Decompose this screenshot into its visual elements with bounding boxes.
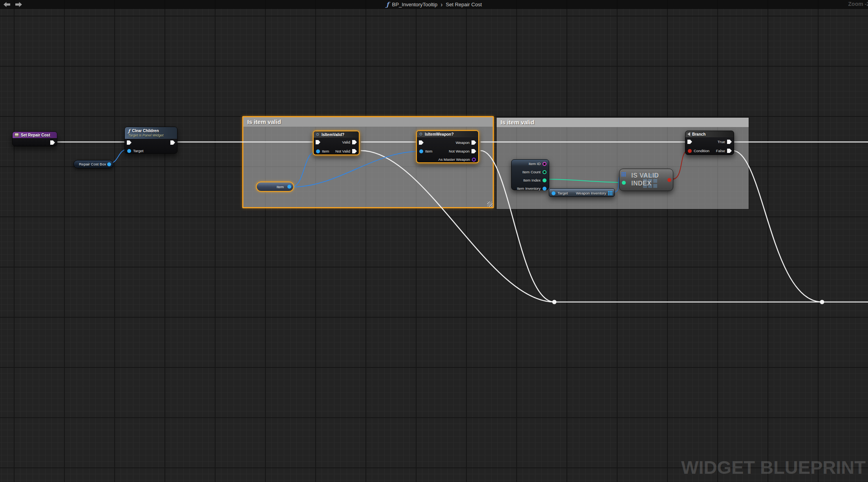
pin-label: Target — [557, 191, 568, 195]
item-input-pin[interactable]: Item — [316, 149, 329, 153]
breadcrumb-current[interactable]: Set Repair Cost — [446, 2, 482, 7]
function-icon: ƒ — [386, 1, 389, 8]
weapon-exec-out-pin[interactable]: Weapon — [456, 140, 476, 145]
exec-out-pin[interactable] — [50, 140, 55, 145]
pin-label: As Master Weapon — [438, 157, 470, 162]
exec-in-pin[interactable] — [419, 140, 424, 145]
pin-label: Item ID — [528, 162, 541, 166]
wire-layer — [0, 0, 868, 482]
node-header[interactable]: Branch — [685, 131, 734, 137]
pin-label: Condition — [694, 149, 709, 153]
wire-exec-branch-false-reroute[interactable] — [733, 151, 822, 302]
variable-label: Item — [277, 185, 284, 189]
node-title: Set Repair Cost — [21, 133, 50, 137]
node-header[interactable]: ƒ Clear Children Target is Panel Widget — [125, 127, 177, 139]
wire-data-item-isitemvalid[interactable] — [291, 151, 316, 187]
pin-label: Item — [425, 149, 432, 153]
pin-label: Item Inventory — [517, 186, 541, 191]
false-exec-out-pin[interactable]: False — [716, 149, 732, 153]
gear-icon: ⚙ — [316, 133, 320, 137]
node-title: IsItemValid? — [322, 133, 344, 137]
node-header[interactable]: ⚙ IsItemValid? — [314, 131, 359, 138]
reroute-node-1[interactable] — [552, 300, 557, 304]
exec-in-pin[interactable] — [687, 140, 692, 144]
gear-icon: ⚙ — [419, 132, 423, 136]
weapon-inventory-out-pin[interactable]: Weapon Inventory — [576, 191, 612, 195]
node-branch[interactable]: Branch True Condition False — [685, 131, 734, 155]
pin-label: Item Count — [523, 170, 541, 174]
array-pin-icon — [608, 191, 612, 195]
item-id-out-pin[interactable]: Item ID — [528, 162, 546, 166]
node-is-valid-index[interactable]: IS VALID INDEX — [619, 169, 673, 191]
breadcrumb-bar: ƒ BP_InventoryTooltip › Set Repair Cost … — [0, 0, 868, 9]
exec-in-pin[interactable] — [316, 140, 320, 144]
node-title: Clear Children — [132, 129, 159, 133]
condition-input-pin[interactable]: Condition — [688, 149, 709, 153]
pin-label: Valid — [342, 140, 350, 144]
pin-label: True — [718, 140, 725, 144]
pin-label: Target — [133, 149, 143, 153]
output-pin[interactable] — [107, 162, 111, 166]
variable-node-item[interactable]: Item — [256, 182, 294, 192]
as-master-weapon-out-pin[interactable]: As Master Weapon — [438, 157, 476, 162]
node-title: IS VALID INDEX — [631, 172, 659, 187]
wire-data-itemindex-isvalidindex[interactable] — [547, 179, 622, 182]
reroute-node-2[interactable] — [820, 300, 824, 304]
node-title: Branch — [692, 132, 705, 136]
pin-label: Not Valid — [335, 149, 350, 153]
bool-output-pin[interactable] — [667, 178, 671, 182]
node-clear-children[interactable]: ƒ Clear Children Target is Panel Widget … — [124, 127, 177, 154]
branch-icon — [687, 132, 690, 136]
back-button[interactable] — [4, 2, 10, 7]
node-set-repair-cost[interactable]: Set Repair Cost — [12, 131, 57, 146]
target-input-pin[interactable]: Target — [127, 149, 143, 153]
array-input-pin[interactable] — [621, 172, 626, 176]
set-function-icon — [15, 133, 19, 137]
function-icon: ƒ — [128, 129, 130, 133]
variable-node-repair-cost-box[interactable]: Repair Cost Box — [73, 160, 113, 168]
wire-data-item-isitemweapon[interactable] — [291, 151, 419, 187]
breadcrumb: ƒ BP_InventoryTooltip › Set Repair Cost — [0, 0, 868, 9]
wire-data-isvalidindex-condition[interactable] — [672, 151, 688, 179]
chevron-right-icon: › — [440, 2, 442, 8]
pin-label: Item — [322, 149, 329, 153]
pin-label: Item Index — [523, 178, 541, 182]
forward-button[interactable] — [15, 2, 22, 7]
blueprint-graph-canvas[interactable]: WIDGET BLUEPRINT Is item valid Is item v… — [0, 0, 868, 482]
not-valid-exec-out-pin[interactable]: Not Valid — [335, 149, 357, 153]
pin-label: False — [716, 149, 725, 153]
node-header[interactable]: Set Repair Cost — [13, 132, 57, 138]
output-pin[interactable] — [287, 185, 291, 189]
index-input-pin[interactable] — [622, 181, 626, 185]
node-is-item-weapon[interactable]: ⚙ IsItemWeapon? Weapon Item Not Weapon A… — [416, 130, 479, 163]
node-header[interactable]: ⚙ IsItemWeapon? — [417, 131, 478, 137]
variable-label: Repair Cost Box — [79, 162, 106, 166]
breadcrumb-root[interactable]: BP_InventoryTooltip — [392, 2, 438, 7]
true-exec-out-pin[interactable]: True — [718, 140, 732, 144]
not-weapon-exec-out-pin[interactable]: Not Weapon — [449, 149, 476, 153]
target-input-pin[interactable]: Target — [552, 191, 568, 195]
node-break-item-struct[interactable]: Item ID Item Count Item Index Item Inven… — [511, 159, 549, 190]
exec-out-pin[interactable] — [170, 140, 175, 145]
node-get-weapon-inventory[interactable]: Target Weapon Inventory — [549, 188, 615, 197]
zoom-level-indicator: Zoom -2 — [848, 1, 868, 7]
pin-label: Not Weapon — [449, 149, 470, 153]
node-title: IsItemWeapon? — [425, 132, 454, 136]
valid-exec-out-pin[interactable]: Valid — [342, 140, 357, 144]
node-is-item-valid[interactable]: ⚙ IsItemValid? Valid Item Not Valid — [313, 131, 360, 155]
item-input-pin[interactable]: Item — [419, 149, 432, 153]
item-inventory-out-pin[interactable]: Item Inventory — [517, 186, 546, 191]
exec-in-pin[interactable] — [127, 140, 132, 145]
pin-label: Weapon Inventory — [576, 191, 606, 195]
node-subtitle: Target is Panel Widget — [128, 133, 163, 138]
item-count-out-pin[interactable]: Item Count — [523, 170, 546, 174]
pin-label: Weapon — [456, 140, 470, 145]
item-index-out-pin[interactable]: Item Index — [523, 178, 546, 182]
